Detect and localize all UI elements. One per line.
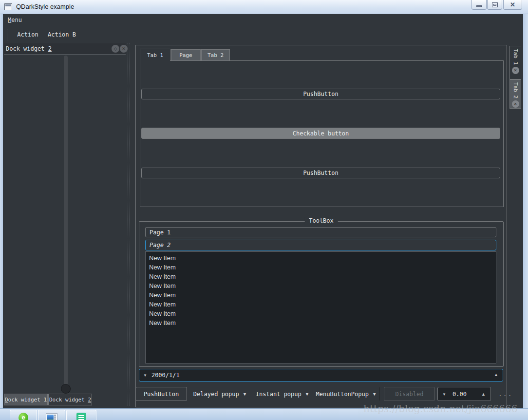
dock-tab-widget-2[interactable]: Dock widget 2 xyxy=(48,394,92,405)
tab-close-icon[interactable]: ✕ xyxy=(512,100,519,108)
tab-pane xyxy=(140,60,504,207)
right-tabbar: Tab 1 ✕ Tab 2 ✕ xyxy=(509,46,521,109)
instant-popup-button[interactable]: Instant popup▼ xyxy=(255,387,309,401)
dropdown-arrow-icon[interactable]: ▼ xyxy=(143,373,147,378)
list-item[interactable]: New Item xyxy=(146,253,496,263)
toolbar-handle[interactable] xyxy=(7,29,9,41)
app-icon xyxy=(4,3,12,10)
toolbox-page-1-header[interactable]: Page 1 xyxy=(145,227,496,237)
browser-icon: e xyxy=(19,413,28,420)
close-icon: ✕ xyxy=(510,1,515,8)
chevron-down-icon: ▼ xyxy=(306,392,308,397)
delayed-popup-button[interactable]: Delayed popup▼ xyxy=(190,387,249,401)
dock-title: Dock widget 2 xyxy=(6,45,52,52)
vertical-slider-track[interactable] xyxy=(64,56,68,387)
menu-button-popup[interactable]: MenuButtonPopup▼ xyxy=(315,387,377,401)
toolbox-group-title: ToolBox xyxy=(304,217,338,224)
right-tab-2[interactable]: Tab 2 ✕ xyxy=(509,79,521,109)
tab-page[interactable]: Page xyxy=(171,49,201,61)
close-button[interactable]: ✕ xyxy=(503,0,522,10)
spin-down-icon[interactable]: ▼ xyxy=(442,392,446,397)
titlebar: QDarkStyle example ✕ xyxy=(0,0,528,14)
chevron-down-icon: ▼ xyxy=(244,392,246,397)
bottom-push-button[interactable]: PushButton xyxy=(135,387,187,401)
spin-up-icon[interactable]: ▲ xyxy=(481,392,486,397)
disabled-button: Disabled xyxy=(384,387,435,401)
dock-close-button[interactable]: ✕ xyxy=(120,45,128,53)
minimize-button[interactable] xyxy=(471,0,487,10)
os-taskbar: e xyxy=(0,408,528,420)
list-item[interactable]: New Item xyxy=(146,263,496,272)
dock-tab-widget-1[interactable]: Dock widget 1 xyxy=(4,394,48,405)
dock-float-button[interactable]: ◇ xyxy=(112,45,119,53)
float-icon: ◇ xyxy=(114,46,117,51)
tab-2[interactable]: Tab 2 xyxy=(201,49,230,61)
toolbar-separator xyxy=(379,387,380,401)
date-edit[interactable]: ▼ 2000/1/1 ▲ xyxy=(139,369,503,382)
close-icon: ✕ xyxy=(122,46,126,51)
toolbar-action[interactable]: Action xyxy=(14,30,42,39)
tab-1[interactable]: Tab 1 xyxy=(140,49,170,61)
double-spinbox[interactable]: ▼ 0.00 ▲ xyxy=(437,387,491,401)
taskbar-button-notes[interactable] xyxy=(66,410,96,420)
toolbox-page-2-header[interactable]: Page 2 xyxy=(145,240,496,250)
list-widget: New Item New Item New Item New Item New … xyxy=(145,251,496,363)
splitter-handle[interactable] xyxy=(128,43,130,406)
menu-bar-item[interactable]: Menu xyxy=(8,17,22,23)
list-item[interactable]: New Item xyxy=(146,309,496,318)
notes-icon xyxy=(76,413,86,420)
toolbox-groupbox: ToolBox Page 1 Page 2 New Item New Item … xyxy=(139,221,504,367)
toolbar-action-b[interactable]: Action B xyxy=(46,30,78,39)
chevron-down-icon: ▼ xyxy=(373,392,376,397)
right-tab-1[interactable]: Tab 1 ✕ xyxy=(509,46,521,79)
list-item[interactable]: New Item xyxy=(146,272,496,281)
taskbar-button-image-viewer[interactable] xyxy=(38,410,65,420)
taskbar-button-browser[interactable]: e xyxy=(10,410,37,420)
tab-close-icon[interactable]: ✕ xyxy=(512,67,519,74)
image-viewer-icon xyxy=(46,413,57,420)
minimize-icon xyxy=(476,5,482,7)
window-border-right xyxy=(523,14,528,408)
vertical-slider-handle[interactable] xyxy=(61,384,71,394)
maximize-icon xyxy=(492,2,498,7)
date-value: 2000/1/1 xyxy=(151,372,180,379)
list-item[interactable]: New Item xyxy=(146,290,496,300)
spin-up-icon[interactable]: ▲ xyxy=(494,372,498,377)
list-item[interactable]: New Item xyxy=(146,318,496,327)
list-item[interactable]: New Item xyxy=(146,300,496,309)
maximize-button[interactable] xyxy=(487,0,502,10)
window-title: QDarkStyle example xyxy=(16,3,74,10)
spin-value: 0.00 xyxy=(453,391,467,398)
list-item[interactable]: New Item xyxy=(146,281,496,290)
toolbar-overflow-button[interactable]: ... xyxy=(498,390,512,398)
